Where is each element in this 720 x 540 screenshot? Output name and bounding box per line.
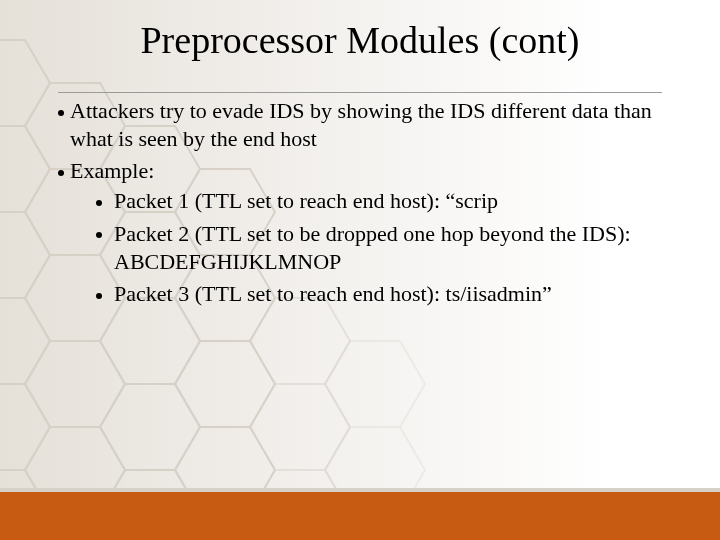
svg-marker-24	[325, 341, 425, 427]
svg-marker-22	[250, 384, 350, 470]
horizontal-rule	[58, 92, 662, 93]
sub-bullet-text: Packet 3 (TTL set to reach end host): ts…	[114, 281, 552, 306]
svg-marker-5	[0, 384, 50, 470]
svg-marker-10	[25, 341, 125, 427]
sub-bullet-item: Packet 1 (TTL set to reach end host): “s…	[96, 187, 662, 215]
sub-bullet-list: Packet 1 (TTL set to reach end host): “s…	[70, 187, 662, 308]
slide-body: Attackers try to evade IDS by showing th…	[0, 62, 720, 308]
footer	[0, 488, 720, 540]
bullet-text: Example:	[70, 158, 154, 183]
svg-marker-14	[100, 298, 200, 384]
slide-title: Preprocessor Modules (cont)	[0, 0, 720, 62]
sub-bullet-text: Packet 2 (TTL set to be dropped one hop …	[114, 221, 631, 274]
bullet-text: Attackers try to evade IDS by showing th…	[70, 98, 652, 151]
bullet-item: Example: Packet 1 (TTL set to reach end …	[58, 157, 662, 308]
svg-marker-15	[100, 384, 200, 470]
sub-bullet-item: Packet 3 (TTL set to reach end host): ts…	[96, 280, 662, 308]
bullet-item: Attackers try to evade IDS by showing th…	[58, 97, 662, 153]
slide: Preprocessor Modules (cont) Attackers tr…	[0, 0, 720, 540]
svg-marker-4	[0, 298, 50, 384]
footer-main-bar	[0, 492, 720, 540]
svg-marker-19	[175, 341, 275, 427]
svg-marker-21	[250, 298, 350, 384]
bullet-list: Attackers try to evade IDS by showing th…	[58, 97, 662, 308]
sub-bullet-text: Packet 1 (TTL set to reach end host): “s…	[114, 188, 498, 213]
content-area: Preprocessor Modules (cont) Attackers tr…	[0, 0, 720, 308]
sub-bullet-item: Packet 2 (TTL set to be dropped one hop …	[96, 220, 662, 276]
